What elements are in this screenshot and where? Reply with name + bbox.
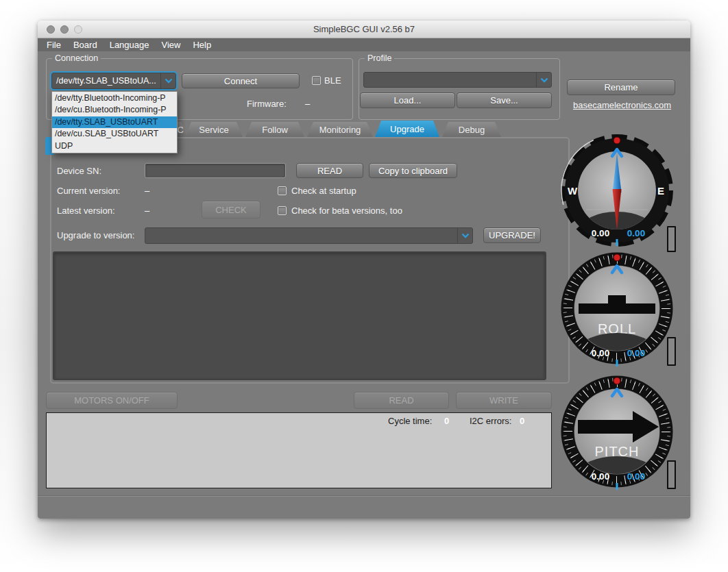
read-settings-button[interactable]: READ [354,392,449,409]
west-label: W [568,185,578,197]
window-title: SimpleBGC GUI v2.56 b7 [38,24,690,34]
chevron-down-icon[interactable] [160,73,175,88]
basecam-website-link[interactable]: basecamelectronics.com [573,100,671,110]
roll-value-blue: 0.00 [627,348,645,358]
latest-version-value: – [145,206,149,216]
check-at-startup-label: Check at startup [291,186,356,197]
yaw-value-white: 0.00 [592,228,609,238]
port-option[interactable]: /dev/tty.Bluetooth-Incoming-P [52,92,177,104]
horizon-bar [579,303,655,314]
copy-to-clipboard-button[interactable]: Copy to clipboard [369,163,457,178]
i2c-errors-label: I2C errors: [470,416,511,426]
profile-group-label: Profile [365,53,394,63]
yaw-compass-gauge: W E 0.00 0.00 [559,132,675,249]
latest-version-label: Latest version: [57,206,115,216]
pitch-gauge: PITCH 0.00 0.00 [559,373,675,490]
device-sn-input[interactable] [145,163,286,178]
roll-value-white: 0.00 [592,348,609,358]
connection-group-label: Connection [52,53,101,63]
yaw-level-indicator [667,226,676,252]
profile-group: Profile [359,58,560,120]
red-dot-marker [614,254,620,261]
check-version-button[interactable]: CHECK [202,201,260,219]
rename-profile-button[interactable]: Rename [567,79,675,95]
port-option[interactable]: /dev/cu.Bluetooth-Incoming-P [52,104,177,116]
port-option-selected[interactable]: /dev/tty.SLAB_USBtoUART [52,116,177,128]
serial-port-combobox[interactable]: /dev/tty.SLAB_USBtoUA... [51,73,176,89]
beta-versions-label: Check for beta versions, too [291,206,402,216]
firmware-label: Firmware: [247,99,287,110]
port-option[interactable]: UDP [52,140,177,152]
cycle-time-label: Cycle time: [388,416,432,426]
serial-port-dropdown-list: /dev/tty.Bluetooth-Incoming-P /dev/cu.Bl… [51,91,178,153]
write-settings-button[interactable]: WRITE [456,392,552,409]
beta-versions-checkbox[interactable] [278,206,287,215]
i2c-errors-value: 0 [520,416,524,426]
motors-on-off-button[interactable]: MOTORS ON/OFF [46,392,178,409]
tab-upgrade[interactable]: Upgrade [375,121,439,137]
tab-debug[interactable]: Debug [442,122,501,137]
check-at-startup-checkbox[interactable] [278,186,287,195]
menu-file[interactable]: File [40,40,67,50]
roll-level-indicator [667,337,676,366]
chevron-down-icon[interactable] [536,73,551,87]
upgrade-version-combobox[interactable] [145,227,473,244]
title-bar: SimpleBGC GUI v2.56 b7 [38,21,690,38]
red-dot-marker [614,377,620,384]
firmware-value: – [305,99,310,110]
bottom-tick-marker [616,483,618,490]
tab-monitoring[interactable]: Monitoring [307,122,373,137]
port-option[interactable]: /dev/cu.SLAB_USBtoUART [52,128,177,140]
tab-service[interactable]: Service [185,122,243,137]
menu-help[interactable]: Help [186,40,217,50]
east-label: E [657,185,664,197]
serial-port-value: /dev/tty.SLAB_USBtoUA... [52,76,160,86]
menu-board[interactable]: Board [67,40,104,50]
tab-follow[interactable]: Follow [245,122,304,137]
bottom-divider [38,495,690,497]
menu-view[interactable]: View [156,40,187,50]
profile-combobox[interactable] [363,72,552,88]
load-profile-button[interactable]: Load... [360,92,455,108]
ble-checkbox[interactable] [312,76,321,85]
ble-checkbox-label: BLE [324,75,341,86]
chevron-down-icon[interactable] [457,228,472,243]
menu-bar: File Board Language View Help [38,38,690,51]
bottom-tick-marker [616,360,618,366]
upgrade-button[interactable]: UPGRADE! [483,227,541,243]
red-dot-marker [614,137,620,144]
horizon-bar-bump [608,295,626,303]
pitch-value-blue: 0.00 [627,471,645,482]
app-window: SimpleBGC GUI v2.56 b7 File Board Langua… [38,21,690,519]
read-sn-button[interactable]: READ [296,163,363,178]
upgrade-log-area[interactable] [53,251,546,380]
yaw-value-blue: 0.00 [627,228,645,238]
upgrade-tab-panel: Device SN: READ Copy to clipboard Curren… [50,137,570,384]
bottom-tick-marker [616,239,618,246]
roll-gauge: ROLL 0.00 0.00 [559,250,675,366]
save-profile-button[interactable]: Save... [457,92,552,108]
current-version-label: Current version: [57,186,120,197]
cycle-time-value: 0 [444,416,449,426]
status-message-box: Cycle time: 0 I2C errors: 0 [46,412,552,488]
pitch-level-indicator [667,460,676,489]
device-sn-label: Device SN: [57,166,101,177]
pitch-value-white: 0.00 [592,471,609,482]
menu-language[interactable]: Language [104,40,156,50]
current-version-value: – [145,186,149,197]
upgrade-to-version-label: Upgrade to version: [57,230,134,241]
connect-button[interactable]: Connect [182,73,300,88]
